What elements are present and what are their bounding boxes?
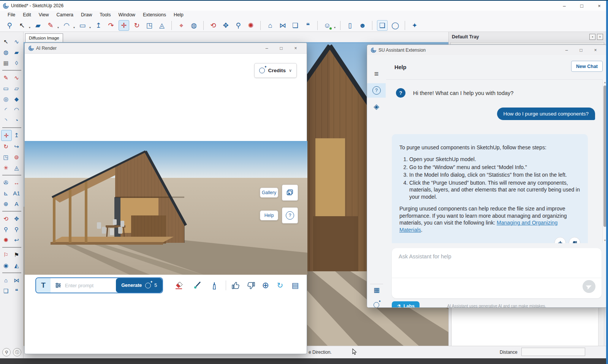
new-chat-button[interactable]: New Chat — [571, 61, 603, 72]
menu-window[interactable]: Window — [114, 11, 139, 18]
move-tool[interactable]: ✛ — [1, 130, 12, 141]
prompt-settings-icon[interactable] — [55, 282, 61, 288]
menu-help[interactable]: Help — [170, 11, 187, 18]
warehouse-download-button[interactable]: ⌂ — [1, 275, 11, 285]
text-prompt-mode-button[interactable]: T — [36, 278, 51, 293]
line-tool[interactable]: ✎ — [1, 73, 11, 83]
pan-tool[interactable]: ✥ — [12, 214, 22, 224]
help-button[interactable]: ? — [282, 207, 298, 223]
pan-tool[interactable]: ✥ — [221, 21, 231, 30]
axes-tool[interactable]: ✳ — [1, 163, 11, 173]
eraser-mask-button[interactable] — [173, 279, 185, 292]
close-icon[interactable]: × — [588, 45, 603, 55]
thumbs-up-button[interactable] — [230, 279, 242, 292]
threed-text-tool[interactable]: A — [12, 199, 22, 209]
pencil-tool[interactable]: ✎ — [46, 21, 55, 30]
text-tool[interactable]: A1 — [12, 188, 22, 198]
new-variation-button[interactable]: ⊕ — [260, 279, 272, 292]
push-pull-tool[interactable]: ↥ — [12, 130, 22, 140]
zoom-window-tool[interactable]: ⚲ — [12, 224, 22, 234]
protractor-tool[interactable]: ⊾ — [1, 188, 11, 198]
rail-ai-credit-button[interactable] — [367, 298, 386, 308]
rail-image-button[interactable]: ▦ — [370, 284, 383, 296]
zoom-extents-tool[interactable]: ✺ — [246, 21, 256, 30]
two-point-arc-tool[interactable]: ◠ — [12, 104, 22, 115]
rotate-tool[interactable]: ↻ — [132, 21, 142, 30]
orbit-tool[interactable]: ⟲ — [208, 21, 218, 30]
send-button[interactable] — [583, 280, 595, 293]
eraser-tool[interactable]: ▰ — [33, 21, 43, 30]
diffusion-image-button[interactable]: ❏ — [377, 20, 388, 31]
axes-origin-tool[interactable]: ⊕ — [1, 199, 11, 209]
save-image-button[interactable]: ▤ — [289, 279, 301, 292]
response-thumbs-down-button[interactable] — [569, 237, 580, 243]
circle-tool[interactable]: ◎ — [1, 94, 11, 104]
move-tool[interactable]: ✛ — [119, 20, 129, 31]
share-model-button[interactable]: ❏ — [290, 21, 300, 30]
assistant-title-bar[interactable]: SU Assistant Extension – □ × — [367, 45, 606, 55]
polygon-tool[interactable]: ◆ — [12, 94, 22, 104]
extension-warehouse-button[interactable]: ⋈ — [12, 275, 22, 285]
collaborators-button[interactable]: ☻ — [358, 21, 367, 30]
zoom-tool[interactable]: ⚲ — [1, 224, 11, 234]
select-tool[interactable]: ↖ — [1, 36, 11, 47]
rotated-rectangle-tool[interactable]: ▱ — [12, 83, 22, 93]
ai-sparkles-button[interactable]: ✦ — [410, 21, 420, 30]
rail-help-tab[interactable]: ? — [367, 83, 386, 98]
tape-measure-tool[interactable]: ✇ — [1, 177, 11, 188]
scale-tool[interactable]: ◳ — [1, 152, 11, 162]
accessibility-button[interactable]: ⓘ — [13, 348, 21, 356]
select-tool[interactable]: ↖ — [17, 21, 27, 30]
generate-button[interactable]: Generate 5 — [116, 278, 162, 293]
maximize-icon[interactable]: □ — [573, 1, 591, 11]
tray-close-icon[interactable]: × — [597, 34, 603, 40]
gallery-button[interactable] — [282, 185, 298, 201]
zoom-tool[interactable]: ⚲ — [233, 21, 243, 30]
close-icon[interactable]: × — [591, 1, 608, 11]
generated-render-image[interactable] — [25, 141, 307, 275]
hamburger-icon[interactable]: ≡ — [367, 66, 386, 81]
dimensions-tool[interactable]: ↔ — [12, 177, 22, 188]
orbit-tool[interactable]: ⟲ — [1, 214, 11, 224]
new-document-button[interactable]: ▯ — [345, 21, 355, 30]
distance-input[interactable] — [521, 348, 585, 356]
follow-me-tool[interactable]: ↷ — [106, 21, 116, 30]
tray-pin-icon[interactable]: ▪ — [589, 34, 595, 40]
arc-tool[interactable]: ◜ — [1, 104, 11, 115]
maximize-icon[interactable]: □ — [274, 43, 288, 53]
tab-diffusion-image[interactable]: Diffusion Image — [25, 33, 63, 42]
push-pull-tool[interactable]: ↥ — [93, 21, 103, 30]
previous-view-tool[interactable]: ↩ — [12, 235, 22, 245]
ai-render-button[interactable]: ◯ — [390, 21, 400, 30]
pie-tool[interactable]: ◔ — [12, 115, 22, 125]
solid-tools[interactable]: ◬ — [157, 21, 167, 30]
response-thumbs-up-button[interactable] — [554, 237, 566, 243]
soften-edges-tool[interactable]: ◬ — [12, 163, 22, 173]
ai-render-title-bar[interactable]: AI Render – □ × — [25, 43, 307, 54]
account-button[interactable]: ☺ — [322, 21, 332, 30]
rail-layers-tab[interactable]: ◈ — [367, 99, 386, 114]
credits-button[interactable]: Credits ∨ — [254, 63, 297, 78]
assistant-input[interactable] — [398, 253, 589, 277]
eraser-tool[interactable]: ▰ — [12, 47, 22, 57]
scale-tool[interactable]: ◳ — [144, 21, 154, 30]
menu-view[interactable]: View — [35, 11, 53, 18]
lasso-tool[interactable]: ∿ — [12, 36, 22, 47]
paint-bucket-tool[interactable]: ◍ — [1, 47, 11, 57]
menu-tools[interactable]: Tools — [96, 11, 114, 18]
share-model-button[interactable]: ❏ — [1, 286, 11, 296]
rectangle-tool[interactable]: ▭ — [1, 83, 11, 93]
look-around-tool[interactable]: ◉ — [1, 260, 11, 271]
offset-tool[interactable]: ⊚ — [12, 152, 22, 162]
three-point-arc-tool[interactable]: ◝ — [1, 115, 11, 125]
minimize-icon[interactable]: – — [260, 43, 274, 53]
tag-tool[interactable]: ◊ — [12, 58, 22, 68]
zoom-extents-tool[interactable]: ✺ — [1, 235, 11, 245]
freehand-tool[interactable]: ∿ — [12, 73, 22, 83]
minimize-icon[interactable]: – — [559, 45, 574, 55]
rotate-tool[interactable]: ↻ — [1, 141, 11, 152]
minimize-icon[interactable]: – — [556, 1, 573, 11]
maximize-icon[interactable]: □ — [574, 45, 588, 55]
marker-button[interactable] — [208, 279, 220, 292]
close-icon[interactable]: × — [288, 43, 303, 53]
